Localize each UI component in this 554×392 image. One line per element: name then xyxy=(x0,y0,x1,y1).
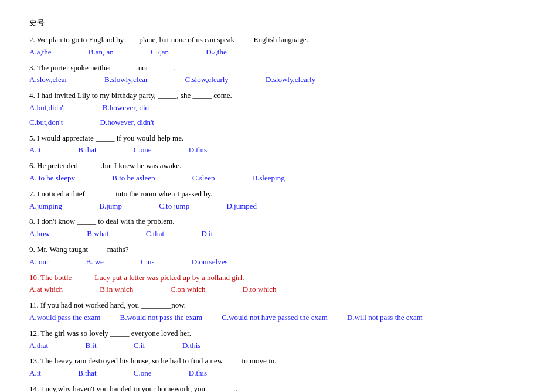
question-5-options: A.it B.that C.one D.this xyxy=(29,144,525,156)
option-3d: D.slowly,clearly xyxy=(266,74,315,86)
question-6: 6. He pretended _____ .but I knew he was… xyxy=(29,160,525,185)
option-9d: D.ourselves xyxy=(192,256,228,268)
option-10c: C.on which xyxy=(171,284,206,296)
question-12-options: A.that B.it C.if D.this xyxy=(29,340,525,352)
option-9b: B. we xyxy=(86,256,103,268)
option-13d: D.this xyxy=(189,367,207,380)
option-11c: C.would not have passed the exam xyxy=(222,312,328,324)
option-6a: A. to be sleepy xyxy=(29,172,75,185)
option-10a: A.at which xyxy=(29,284,63,296)
option-13b: B.that xyxy=(78,367,96,380)
question-8-options: A.how B.what C.that D.it xyxy=(29,228,525,240)
question-12: 12. The girl was so lovely _____ everyon… xyxy=(29,328,525,352)
option-6b: B.to be asleep xyxy=(112,172,155,185)
page-container: 史号 2. We plan to go to England by____pla… xyxy=(0,0,554,392)
option-6d: D.sleeping xyxy=(252,172,285,185)
option-2c: C./,an xyxy=(151,46,169,59)
option-11a: A.would pass the exam xyxy=(29,312,100,324)
option-6c: C.sleep xyxy=(192,172,215,185)
option-9a: A. our xyxy=(29,256,49,268)
option-4b: B.however, did xyxy=(103,102,149,114)
option-5c: C.one xyxy=(134,144,152,156)
question-14: 14. Lucy,why haven't you handed in your … xyxy=(29,383,525,392)
question-8: 8. I don't know _____ to deal with the p… xyxy=(29,216,525,240)
option-9c: C.us xyxy=(141,256,154,268)
option-12c: C.if xyxy=(134,340,145,352)
question-10: 10. The bottle _____ Lucy put a letter w… xyxy=(29,272,525,296)
question-2-text: 2. We plan to go to England by____plane,… xyxy=(29,34,525,46)
option-7a: A.jumping xyxy=(29,200,62,213)
option-3c: C.slow,clearly xyxy=(185,74,229,86)
option-2a: A.a,the xyxy=(29,46,52,59)
question-7: 7. I noticed a thief _______ into the ro… xyxy=(29,188,525,213)
question-2-options: A.a,the B.an, an C./,an D./,the xyxy=(29,46,525,59)
question-6-text: 6. He pretended _____ .but I knew he was… xyxy=(29,160,525,172)
question-2: 2. We plan to go to England by____plane,… xyxy=(29,34,525,59)
option-13c: C.one xyxy=(134,367,152,380)
option-8a: A.how xyxy=(29,228,50,240)
question-14-text: 14. Lucy,why haven't you handed in your … xyxy=(29,383,525,392)
question-7-text: 7. I noticed a thief _______ into the ro… xyxy=(29,188,525,200)
header-label: 史号 xyxy=(29,18,525,28)
option-7c: C.to jump xyxy=(159,200,189,213)
question-12-text: 12. The girl was so lovely _____ everyon… xyxy=(29,328,525,340)
question-8-text: 8. I don't know _____ to deal with the p… xyxy=(29,216,525,228)
option-2b: B.an, an xyxy=(89,46,114,59)
question-10-options: A.at which B.in which C.on which D.to wh… xyxy=(29,284,525,296)
question-11-options: A.would pass the exam B.would not pass t… xyxy=(29,312,525,324)
question-10-text: 10. The bottle _____ Lucy put a letter w… xyxy=(29,272,525,284)
question-3-text: 3. The porter spoke neither ______ nor _… xyxy=(29,62,525,74)
option-12a: A.that xyxy=(29,340,48,352)
option-3a: A.slow,clear xyxy=(29,74,67,86)
question-3: 3. The porter spoke neither ______ nor _… xyxy=(29,62,525,87)
question-5-text: 5. I would appreciate _____ if you would… xyxy=(29,132,525,145)
question-6-options: A. to be sleepy B.to be asleep C.sleep D… xyxy=(29,172,525,185)
question-4: 4. I had invited Lily to my birthday par… xyxy=(29,90,525,128)
option-8d: D.it xyxy=(201,228,213,240)
question-13-options: A.it B.that C.one D.this xyxy=(29,367,525,380)
option-5d: D.this xyxy=(189,144,207,156)
question-4-text: 4. I had invited Lily to my birthday par… xyxy=(29,90,525,102)
question-7-options: A.jumping B.jump C.to jump D.jumped xyxy=(29,200,525,213)
option-4d: D.however, didn't xyxy=(100,117,154,129)
option-10b: B.in which xyxy=(100,284,133,296)
option-7d: D.jumped xyxy=(226,200,257,213)
question-9-options: A. our B. we C.us D.ourselves xyxy=(29,256,525,268)
question-4-options-row1: A.but,didn't B.however, did xyxy=(29,102,525,114)
option-12d: D.this xyxy=(182,340,200,352)
question-9: 9. Mr. Wang taught ____ maths? A. our B.… xyxy=(29,244,525,268)
question-5: 5. I would appreciate _____ if you would… xyxy=(29,132,525,157)
option-4a: A.but,didn't xyxy=(29,102,66,114)
option-7b: B.jump xyxy=(99,200,122,213)
option-10d: D.to which xyxy=(243,284,277,296)
question-4-options-row2: C.but,don't D.however, didn't xyxy=(29,117,525,129)
option-5b: B.that xyxy=(78,144,96,156)
option-8b: B.what xyxy=(87,228,108,240)
option-3b: B.slowly,clear xyxy=(104,74,148,86)
option-4c: C.but,don't xyxy=(29,117,63,129)
option-8c: C.that xyxy=(146,228,164,240)
question-13: 13. The heavy rain destroyed his house, … xyxy=(29,355,525,380)
option-12b: B.it xyxy=(85,340,96,352)
question-11-text: 11. If you had not worked hard, you ____… xyxy=(29,299,525,312)
option-11b: B.would not pass the exam xyxy=(120,312,202,324)
option-11d: D.will not pass the exam xyxy=(347,312,423,324)
question-11: 11. If you had not worked hard, you ____… xyxy=(29,299,525,324)
question-9-text: 9. Mr. Wang taught ____ maths? xyxy=(29,244,525,256)
question-13-text: 13. The heavy rain destroyed his house, … xyxy=(29,355,525,367)
option-5a: A.it xyxy=(29,144,41,156)
question-3-options: A.slow,clear B.slowly,clear C.slow,clear… xyxy=(29,74,525,86)
option-2d: D./,the xyxy=(206,46,226,59)
option-13a: A.it xyxy=(29,367,41,380)
